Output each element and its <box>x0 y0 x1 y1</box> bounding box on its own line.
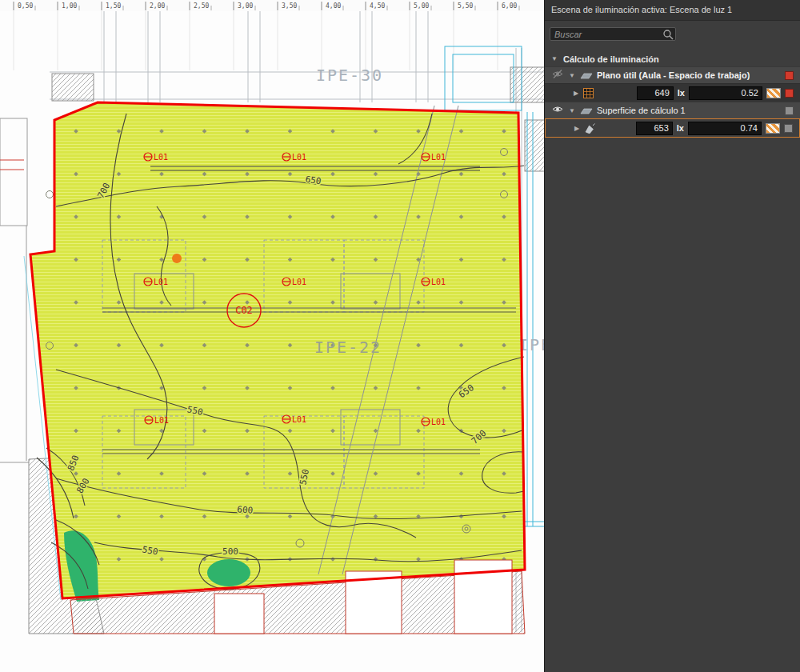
svg-text:L01: L01 <box>431 153 446 162</box>
svg-text:3,00: 3,00 <box>238 2 253 10</box>
visibility-off-icon[interactable] <box>550 70 564 81</box>
illuminance-unit: lx <box>677 123 684 133</box>
beam-label-ipe30: IPE-30 <box>316 66 383 85</box>
svg-text:3,50: 3,50 <box>282 2 297 10</box>
spotlight-icon <box>584 123 595 134</box>
dialux-window: IPE-30 <box>0 0 800 672</box>
svg-text:1,00: 1,00 <box>62 2 77 10</box>
svg-text:L01: L01 <box>292 415 306 424</box>
search-input[interactable] <box>550 27 676 41</box>
svg-text:600: 600 <box>237 504 254 516</box>
item-label: Plano útil (Aula - Espacio de trabajo) <box>597 70 750 80</box>
falsecolor-swatch[interactable] <box>766 123 780 134</box>
illuminance-unit: lx <box>678 88 685 98</box>
calculation-surface-icon <box>580 106 593 115</box>
sensor-dot[interactable] <box>172 254 182 263</box>
cad-viewport[interactable]: IPE-30 <box>0 0 544 672</box>
result-row-superficie-calculo[interactable]: ▶ 653 lx 0.74 <box>545 118 800 138</box>
svg-text:L01: L01 <box>431 278 446 286</box>
ruler-projection-lines <box>14 11 498 70</box>
svg-text:L01: L01 <box>154 153 168 162</box>
tree-root-label: Cálculo de iluminación <box>563 54 659 64</box>
chevron-down-icon[interactable]: ▼ <box>568 72 576 79</box>
falsecolor-swatch[interactable] <box>766 88 781 98</box>
svg-text:6,00: 6,00 <box>502 2 517 10</box>
svg-text:500: 500 <box>222 546 238 557</box>
beam-label-ipe22: IPE-22 <box>314 338 382 357</box>
tree-item-superficie-calculo[interactable]: ▼ Superficie de cálculo 1 <box>545 102 800 118</box>
chevron-right-icon[interactable]: ▶ <box>572 90 580 97</box>
chevron-down-icon[interactable]: ▼ <box>550 55 558 62</box>
uniformity-value: 0.74 <box>688 122 762 135</box>
uniformity-value: 0.52 <box>689 86 762 100</box>
illuminance-value: 653 <box>636 122 673 135</box>
chevron-right-icon[interactable]: ▶ <box>573 125 581 132</box>
svg-text:L01: L01 <box>292 153 306 162</box>
visibility-on-icon[interactable] <box>550 105 564 116</box>
svg-text:0,50: 0,50 <box>18 2 33 10</box>
illuminance-value: 649 <box>637 86 674 100</box>
svg-text:L01: L01 <box>154 278 168 286</box>
tree-root-calculation[interactable]: ▼ Cálculo de iluminación <box>545 51 800 66</box>
item-label: Superficie de cálculo 1 <box>597 106 686 115</box>
svg-text:2,00: 2,00 <box>150 2 165 10</box>
status-square[interactable] <box>784 124 793 133</box>
result-row-plano-util[interactable]: ▶ 649 lx 0.52 <box>545 83 800 102</box>
control-point-label: C02 <box>235 305 253 316</box>
status-square[interactable] <box>785 71 794 80</box>
tree-item-plano-util[interactable]: ▼ Plano útil (Aula - Espacio de trabajo) <box>545 66 800 83</box>
svg-text:4,00: 4,00 <box>326 2 341 10</box>
chevron-down-icon[interactable]: ▼ <box>568 107 576 114</box>
svg-text:4,50: 4,50 <box>370 2 385 10</box>
svg-text:L01: L01 <box>154 416 169 425</box>
calculation-surface[interactable] <box>30 102 525 598</box>
svg-text:2,50: 2,50 <box>194 2 209 10</box>
status-square[interactable] <box>785 89 794 98</box>
svg-text:L01: L01 <box>431 418 446 426</box>
active-scene-bar: Escena de iluminación activa: Escena de … <box>545 0 800 21</box>
value-grid-icon <box>583 88 594 98</box>
status-square[interactable] <box>785 106 794 115</box>
results-panel: Escena de iluminación activa: Escena de … <box>544 0 800 672</box>
search-icon[interactable] <box>662 29 674 40</box>
svg-text:650: 650 <box>305 174 322 187</box>
work-plane-icon <box>580 71 593 80</box>
svg-text:L01: L01 <box>292 278 306 286</box>
svg-text:1,50: 1,50 <box>106 2 121 10</box>
cad-canvas[interactable]: IPE-30 <box>0 0 544 672</box>
active-scene-label: Escena de iluminación activa: Escena de … <box>551 5 732 14</box>
search-area <box>545 21 800 51</box>
svg-text:5,00: 5,00 <box>414 2 429 10</box>
svg-text:5,50: 5,50 <box>458 2 473 10</box>
